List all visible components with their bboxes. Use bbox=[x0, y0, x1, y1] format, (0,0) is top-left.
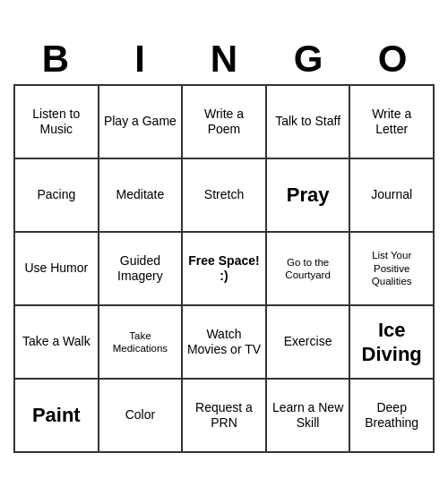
bingo-cell: Color bbox=[99, 380, 184, 453]
bingo-cell: Use Humor bbox=[15, 233, 99, 306]
bingo-cell: Watch Movies or TV bbox=[183, 306, 267, 380]
bingo-cell: List Your Positive Qualities bbox=[350, 233, 435, 306]
bingo-cell: Journal bbox=[350, 159, 435, 233]
header-letter: B bbox=[13, 34, 98, 84]
header-letter: I bbox=[98, 34, 182, 84]
bingo-cell: Go to the Courtyard bbox=[267, 233, 351, 306]
bingo-cell: Play a Game bbox=[99, 86, 184, 159]
bingo-cell: Stretch bbox=[183, 159, 267, 233]
bingo-cell: Talk to Staff bbox=[267, 86, 351, 159]
bingo-cell: Request a PRN bbox=[183, 380, 267, 453]
bingo-card: BINGO Listen to MusicPlay a GameWrite a … bbox=[13, 34, 435, 453]
bingo-cell: Pacing bbox=[15, 159, 99, 233]
bingo-cell: Pray bbox=[267, 159, 351, 233]
bingo-cell: Free Space! :) bbox=[183, 233, 267, 306]
bingo-grid: Listen to MusicPlay a GameWrite a PoemTa… bbox=[13, 84, 435, 453]
bingo-cell: Take a Walk bbox=[15, 306, 99, 380]
bingo-cell: Ice Diving bbox=[350, 306, 435, 380]
bingo-cell: Write a Poem bbox=[183, 86, 267, 159]
header-letter: G bbox=[266, 34, 350, 84]
bingo-header: BINGO bbox=[13, 34, 435, 84]
bingo-cell: Meditate bbox=[99, 159, 184, 233]
header-letter: N bbox=[182, 34, 266, 84]
bingo-cell: Learn a New Skill bbox=[267, 380, 351, 453]
bingo-cell: Take Medications bbox=[99, 306, 184, 380]
bingo-cell: Paint bbox=[15, 380, 99, 453]
bingo-cell: Listen to Music bbox=[15, 86, 99, 159]
bingo-cell: Guided Imagery bbox=[99, 233, 184, 306]
bingo-cell: Write a Letter bbox=[350, 86, 435, 159]
header-letter: O bbox=[350, 34, 435, 84]
bingo-cell: Exercise bbox=[267, 306, 351, 380]
bingo-cell: Deep Breathing bbox=[350, 380, 435, 453]
